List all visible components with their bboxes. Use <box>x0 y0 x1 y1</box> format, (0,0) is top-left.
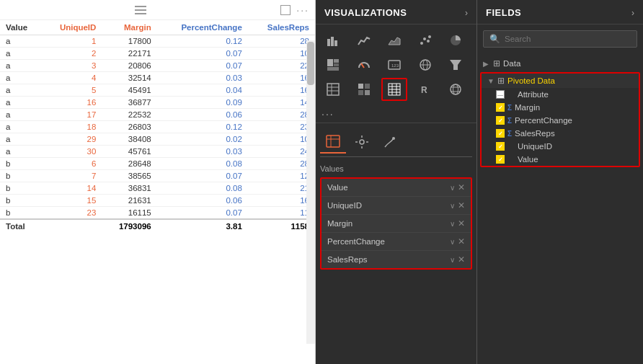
checkbox-uniqueid[interactable]: ✓ <box>496 142 505 151</box>
viz-icon-table-active[interactable] <box>381 78 407 101</box>
table-row: a16368770.0914 <box>0 97 315 109</box>
value-item-value[interactable]: Value ∨ ✕ <box>322 179 471 197</box>
cell-value: a <box>0 35 42 48</box>
value-chevron-icon[interactable]: ∨ <box>450 184 455 192</box>
svg-rect-10 <box>334 63 339 66</box>
viz-icon-area-chart[interactable] <box>381 29 407 52</box>
value-chevron-icon[interactable]: ∨ <box>450 220 455 228</box>
viz-icons-grid: 123 <box>316 25 476 105</box>
cell-margin: 28648 <box>102 158 156 170</box>
cell-salesreps: 14 <box>248 97 315 109</box>
sigma-icon-percentchange: Σ <box>507 117 512 125</box>
tree-item-value[interactable]: ✓ Value <box>482 153 639 166</box>
cell-value: a <box>0 133 42 146</box>
viz-icon-matrix[interactable] <box>351 78 377 101</box>
viz-icon-line-chart[interactable] <box>351 29 377 52</box>
viz-icon-map[interactable] <box>412 53 438 76</box>
cell-salesreps: 10 <box>248 133 315 146</box>
viz-icon-funnel[interactable] <box>443 53 469 76</box>
cell-percent: 0.06 <box>157 109 248 121</box>
value-item-controls: ∨ ✕ <box>450 200 465 210</box>
more-options-icon[interactable]: ··· <box>296 4 309 16</box>
viz-title: VISUALIZATIONS <box>324 7 407 18</box>
hamburger-icon[interactable] <box>135 6 146 14</box>
viz-analytics-icon[interactable] <box>378 130 404 154</box>
svg-rect-26 <box>365 90 370 95</box>
value-chevron-icon[interactable]: ∨ <box>450 238 455 246</box>
scrollbar[interactable] <box>306 40 315 344</box>
cell-uniqueid: 15 <box>42 195 102 207</box>
cell-percent: 0.04 <box>157 84 248 97</box>
value-remove-icon[interactable]: ✕ <box>458 236 465 247</box>
viz-icon-globe[interactable] <box>443 78 469 101</box>
viz-icon-scatter[interactable] <box>412 29 438 52</box>
value-remove-icon[interactable]: ✕ <box>458 218 465 228</box>
value-item-margin[interactable]: Margin ∨ ✕ <box>322 215 471 233</box>
cell-uniqueid: 30 <box>42 146 102 158</box>
tree-item-attribute[interactable]: — Attribute <box>482 88 639 101</box>
svg-rect-11 <box>327 67 339 71</box>
viz-more-icon[interactable]: ··· <box>316 105 476 123</box>
svg-point-42 <box>392 137 395 140</box>
cell-value: a <box>0 97 42 109</box>
field-label-value: Value <box>518 155 538 164</box>
sigma-icon-margin: Σ <box>507 104 512 112</box>
tree-item-salesreps[interactable]: ✓ Σ SalesReps <box>482 127 639 140</box>
viz-icon-stacked-bar[interactable] <box>320 29 346 52</box>
checkbox-percentchange[interactable]: ✓ <box>496 116 505 125</box>
tree-item-percentchange[interactable]: ✓ Σ PercentChange <box>482 114 639 127</box>
cell-margin: 26803 <box>102 121 156 133</box>
fields-panel: FIELDS › 🔍 ▶ ⊞ Data ▼ ⊞ Pivoted Data — <box>477 0 643 364</box>
viz-icon-gauge[interactable] <box>351 53 377 76</box>
viz-icon-table2[interactable] <box>320 78 346 101</box>
expand-icon[interactable] <box>280 5 291 15</box>
cell-percent: 0.12 <box>157 121 248 133</box>
tree-item-uniqueid[interactable]: ✓ UniqueID <box>482 140 639 153</box>
cell-margin: 22171 <box>102 48 156 60</box>
checkbox-value[interactable]: ✓ <box>496 155 505 164</box>
viz-format-icon[interactable] <box>349 130 375 154</box>
search-input[interactable] <box>505 35 631 43</box>
value-chevron-icon[interactable]: ∨ <box>450 202 455 210</box>
value-remove-icon[interactable]: ✕ <box>458 254 465 265</box>
tree-item-margin[interactable]: ✓ Σ Margin <box>482 101 639 114</box>
scrollbar-thumb[interactable] <box>307 42 314 85</box>
value-item-salesreps[interactable]: SalesReps ∨ ✕ <box>322 251 471 268</box>
sigma-icon-salesreps: Σ <box>507 130 512 138</box>
checkbox-salesreps[interactable]: ✓ <box>496 129 505 138</box>
tree-group-header-pivoted[interactable]: ▼ ⊞ Pivoted Data <box>482 74 639 88</box>
cell-percent: 0.09 <box>157 97 248 109</box>
col-header-value: Value <box>0 20 42 35</box>
cell-salesreps: 16 <box>248 84 315 97</box>
value-remove-icon[interactable]: ✕ <box>458 182 465 192</box>
viz-icon-card[interactable]: 123 <box>381 53 407 76</box>
value-remove-icon[interactable]: ✕ <box>458 200 465 210</box>
search-box[interactable]: 🔍 <box>483 30 637 48</box>
svg-rect-25 <box>358 90 363 95</box>
tree-item-data[interactable]: ▶ ⊞ Data <box>477 56 643 71</box>
viz-icon-treemap[interactable] <box>320 53 346 76</box>
viz-icon-r-script[interactable]: R <box>412 78 438 101</box>
cell-uniqueid: 23 <box>42 207 102 220</box>
cell-percent: 0.02 <box>157 133 248 146</box>
tree-chevron-data: ▶ <box>483 60 490 68</box>
cell-uniqueid: 16 <box>42 97 102 109</box>
fields-header: FIELDS › <box>477 0 643 25</box>
cell-salesreps: 16 <box>248 72 315 84</box>
viz-icon-pie[interactable] <box>443 29 469 52</box>
checkbox-margin[interactable]: ✓ <box>496 103 505 112</box>
cell-value: a <box>0 84 42 97</box>
value-item-percentchange[interactable]: PercentChange ∨ ✕ <box>322 233 471 251</box>
table-icon-pivoted: ⊞ <box>497 76 505 86</box>
viz-fields-icon[interactable] <box>320 130 346 154</box>
cell-uniqueid: 3 <box>42 60 102 72</box>
cell-uniqueid: 4 <box>42 72 102 84</box>
table-row: b14368310.0821 <box>0 182 315 195</box>
viz-chevron-icon[interactable]: › <box>465 8 468 18</box>
fields-chevron-icon[interactable]: › <box>631 8 634 18</box>
value-chevron-icon[interactable]: ∨ <box>450 256 455 264</box>
cell-margin: 38565 <box>102 170 156 182</box>
tree-label-data: Data <box>503 59 637 68</box>
checkbox-attribute[interactable]: — <box>496 90 505 99</box>
value-item-uniqueid[interactable]: UniqueID ∨ ✕ <box>322 197 471 215</box>
